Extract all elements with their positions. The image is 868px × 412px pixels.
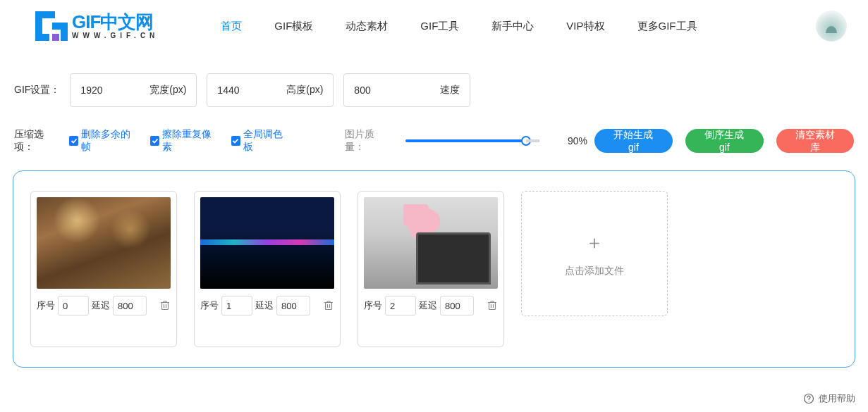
nav: 首页 GIF模板 动态素材 GIF工具 新手中心 VIP特权 更多GIF工具 (221, 20, 816, 33)
quality-label: 图片质量： (345, 128, 393, 154)
add-file-card[interactable]: ＋ 点击添加文件 (521, 191, 668, 316)
order-label: 序号 (364, 299, 382, 312)
width-suffix: 宽度(px) (149, 84, 186, 96)
logo-text: GIF中文网 WWW.GIF.CN (72, 13, 159, 39)
opt-remove-extra-frames[interactable]: 删除多余的帧 (69, 128, 139, 154)
delay-label: 延迟 (419, 299, 437, 312)
order-input[interactable] (385, 296, 416, 316)
width-field[interactable]: 宽度(px) (70, 73, 197, 107)
logo-subtitle: WWW.GIF.CN (72, 32, 159, 39)
nav-templates[interactable]: GIF模板 (274, 20, 313, 33)
quality-percent: 90% (568, 135, 587, 146)
checkbox-checked-icon (69, 136, 79, 146)
quality-slider[interactable] (405, 139, 539, 142)
svg-rect-8 (489, 302, 496, 309)
delay-label: 延迟 (255, 299, 274, 312)
order-input[interactable] (58, 296, 89, 316)
plus-icon: ＋ (585, 230, 604, 255)
height-input[interactable] (217, 85, 267, 96)
speed-field[interactable]: 速度 (343, 73, 470, 107)
order-label: 序号 (200, 299, 219, 312)
gif-settings-label: GIF设置： (14, 84, 60, 96)
logo[interactable]: GIF中文网 WWW.GIF.CN (35, 11, 159, 41)
speed-input[interactable] (354, 85, 403, 96)
delay-label: 延迟 (92, 299, 110, 312)
header: GIF中文网 WWW.GIF.CN 首页 GIF模板 动态素材 GIF工具 新手… (0, 0, 868, 52)
frame-meta: 序号 延迟 (364, 296, 498, 316)
nav-more-tools[interactable]: 更多GIF工具 (637, 20, 697, 33)
clear-library-button[interactable]: 清空素材库 (776, 129, 854, 153)
material-canvas: 序号 延迟 序号 延迟 序号 延迟 ＋ 点击添加文件 (13, 170, 855, 368)
opt-erase-dup-pixels[interactable]: 擦除重复像素 (150, 128, 220, 154)
trash-icon[interactable] (323, 299, 334, 313)
nav-home[interactable]: 首页 (221, 20, 242, 33)
frame-card[interactable]: 序号 延迟 (30, 191, 177, 347)
nav-newbie[interactable]: 新手中心 (491, 20, 534, 33)
avatar[interactable] (816, 11, 847, 42)
frame-thumbnail (364, 197, 498, 289)
compress-row: 压缩选项： 删除多余的帧 擦除重复像素 全局调色板 图片质量： 90% 开始生成… (0, 114, 868, 162)
logo-title: GIF中文网 (72, 13, 159, 31)
opt-label: 擦除重复像素 (162, 128, 219, 154)
nav-tools[interactable]: GIF工具 (420, 20, 459, 33)
generate-gif-button[interactable]: 开始生成gif (594, 129, 673, 153)
width-input[interactable] (80, 85, 130, 96)
slider-thumb[interactable] (521, 136, 531, 146)
gif-settings-row: GIF设置： 宽度(px) 高度(px) 速度 (0, 52, 868, 114)
order-label: 序号 (37, 299, 55, 312)
svg-rect-5 (61, 23, 68, 41)
delay-input[interactable] (276, 296, 310, 316)
svg-rect-7 (326, 302, 332, 309)
height-suffix: 高度(px) (286, 84, 323, 96)
checkbox-checked-icon (150, 136, 160, 146)
delay-input[interactable] (113, 296, 147, 316)
svg-rect-3 (52, 34, 59, 41)
nav-dynamic[interactable]: 动态素材 (346, 20, 388, 33)
svg-rect-2 (35, 34, 49, 41)
frame-thumbnail (200, 197, 334, 289)
logo-icon (35, 11, 68, 41)
opt-label: 删除多余的帧 (81, 128, 138, 154)
speed-suffix: 速度 (440, 84, 460, 96)
nav-vip[interactable]: VIP特权 (566, 20, 604, 33)
delay-input[interactable] (440, 296, 474, 316)
trash-icon[interactable] (487, 299, 498, 313)
checkbox-checked-icon (231, 136, 241, 146)
frame-card[interactable]: 序号 延迟 (194, 191, 341, 347)
frame-card[interactable]: 序号 延迟 (357, 191, 504, 347)
svg-rect-6 (162, 302, 169, 309)
reverse-generate-button[interactable]: 倒序生成gif (685, 129, 764, 153)
frame-thumbnail (37, 197, 171, 289)
trash-icon[interactable] (159, 299, 171, 313)
order-input[interactable] (221, 296, 252, 316)
add-file-label: 点击添加文件 (565, 265, 624, 277)
action-buttons: 开始生成gif 倒序生成gif 清空素材库 (594, 129, 854, 153)
frame-meta: 序号 延迟 (37, 296, 171, 316)
height-field[interactable]: 高度(px) (207, 73, 334, 107)
compress-label: 压缩选项： (14, 128, 62, 154)
frame-meta: 序号 延迟 (200, 296, 334, 316)
opt-global-palette[interactable]: 全局调色板 (231, 128, 291, 154)
opt-label: 全局调色板 (243, 128, 291, 154)
